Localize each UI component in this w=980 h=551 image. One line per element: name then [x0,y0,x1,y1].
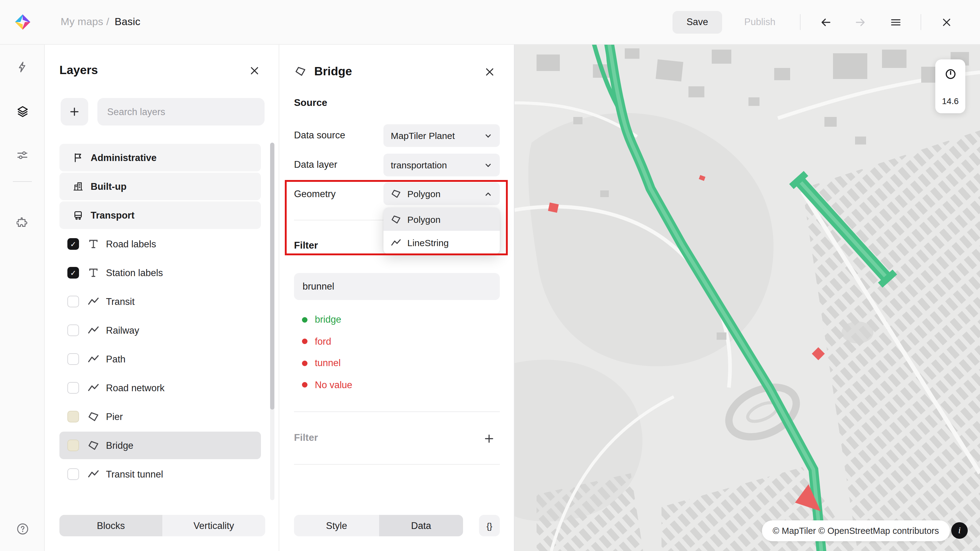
close-icon [249,65,259,76]
layers-panel-title: Layers [59,63,98,77]
polygon-icon [391,214,401,224]
layer-item-road-labels[interactable]: Road labels [59,230,261,258]
filter-value-list: bridge ford tunnel No value [294,313,500,392]
layer-group-built-up[interactable]: Built-up [59,173,261,200]
map-canvas[interactable] [514,45,980,551]
info-button[interactable]: i [951,522,968,539]
app-window: My maps / Basic Save Publish Layers [0,0,980,551]
search-layers-input[interactable] [97,98,265,125]
filter-value-ford[interactable]: ford [294,335,500,348]
data-source-select[interactable]: MapTiler Planet [383,124,500,147]
geometry-option-linestring[interactable]: LineString [383,231,500,254]
lightning-icon [16,61,28,73]
add-filter-button[interactable] [480,430,497,447]
json-code-button[interactable]: {} [479,515,500,536]
zoom-widget: 14.6 [935,59,965,113]
polygon-icon [88,411,99,422]
question-icon [16,522,29,535]
filter-value-bridge[interactable]: bridge [294,313,500,326]
rail-plugins-button[interactable] [9,208,36,236]
layer-item-railway[interactable]: Railway [59,316,261,344]
layer-item-transit-tunnel[interactable]: Transit tunnel [59,460,261,488]
layer-group-transport[interactable]: Transport [59,202,261,229]
history-button[interactable] [935,59,965,89]
rail-quick-actions-button[interactable] [9,53,36,81]
layers-panel: Layers Administrative Built-up Transport… [45,45,279,551]
layer-item-bridge[interactable]: Bridge [59,432,261,459]
maptiler-logo-icon [14,13,31,30]
sliders-icon [16,149,28,161]
close-icon [484,67,495,77]
geometry-dropdown-menu: Polygon LineString [383,208,500,254]
plus-icon [69,106,80,117]
rail-divider [13,181,32,182]
layer-visibility-checkbox[interactable] [67,440,79,451]
maptiler-logo[interactable] [0,13,45,30]
data-source-value: MapTiler Planet [391,130,455,141]
arrow-right-icon [854,16,866,28]
editor-panel-title: Bridge [314,64,352,78]
layer-visibility-checkbox[interactable] [67,267,79,279]
undo-button[interactable] [813,9,838,35]
rail-layers-button[interactable] [9,97,36,125]
linestring-icon [88,382,99,394]
data-layer-value: transportation [391,160,447,170]
map-area: 14.6 © MapTiler © OpenStreetMap contribu… [514,45,980,551]
layer-item-path[interactable]: Path [59,345,261,373]
breadcrumb-section[interactable]: My maps [60,16,103,27]
style-tab-button[interactable]: Style [294,515,379,536]
help-button[interactable] [9,515,36,542]
add-layer-button[interactable] [60,98,88,125]
chevron-down-icon [484,161,492,169]
status-dot [302,382,307,387]
filter-value-tunnel[interactable]: tunnel [294,356,500,370]
topbar-divider-2 [921,14,921,30]
layer-visibility-checkbox[interactable] [67,296,79,307]
layer-editor-panel: Bridge Source Data source MapTiler Plane… [279,45,514,551]
layer-item-road-network[interactable]: Road network [59,374,261,402]
layer-item-pier[interactable]: Pier [59,403,261,430]
publish-button[interactable]: Publish [732,11,788,33]
breadcrumb-separator: / [106,16,109,27]
menu-button[interactable] [883,9,908,35]
editor-panel-close-button[interactable] [480,62,499,81]
layers-scrollbar-thumb[interactable] [270,143,274,410]
linestring-icon [88,296,99,307]
layers-icon [16,105,29,117]
puzzle-icon [16,216,29,228]
close-editor-button[interactable] [934,9,959,35]
filter-value-no-value[interactable]: No value [294,378,500,392]
layer-item-transit[interactable]: Transit [59,288,261,315]
layer-group-administrative[interactable]: Administrative [59,144,261,171]
layers-panel-close-button[interactable] [245,61,263,79]
data-layer-select[interactable]: transportation [383,154,500,176]
layer-visibility-checkbox[interactable] [67,382,79,394]
layer-item-station-labels[interactable]: Station labels [59,259,261,286]
layer-visibility-checkbox[interactable] [67,468,79,480]
layer-visibility-checkbox[interactable] [67,238,79,250]
filter-section-heading: Filter [294,240,318,251]
flag-icon [73,152,83,163]
linestring-icon [88,468,99,480]
verticality-toggle-button[interactable]: Verticality [162,515,265,536]
layer-visibility-checkbox[interactable] [67,411,79,422]
filter-divider-top [294,411,500,412]
geometry-option-polygon[interactable]: Polygon [383,208,500,231]
data-tab-button[interactable]: Data [379,515,463,536]
arrow-left-icon [820,16,832,28]
geometry-select[interactable]: Polygon [383,183,500,205]
rail-adjustments-button[interactable] [9,141,36,169]
data-layer-label: Data layer [294,159,337,170]
save-button[interactable]: Save [673,11,722,33]
polygon-icon [294,65,306,77]
topbar-actions: Save Publish [673,9,980,35]
map-attribution: © MapTiler © OpenStreetMap contributors [762,520,950,541]
layer-visibility-checkbox[interactable] [67,353,79,365]
blocks-toggle-button[interactable]: Blocks [59,515,162,536]
layer-visibility-checkbox[interactable] [67,324,79,336]
hamburger-icon [890,16,901,28]
redo-button[interactable] [847,9,873,35]
data-source-label: Data source [294,130,345,141]
filter-field-input[interactable] [294,273,500,300]
geometry-value: Polygon [407,189,441,199]
